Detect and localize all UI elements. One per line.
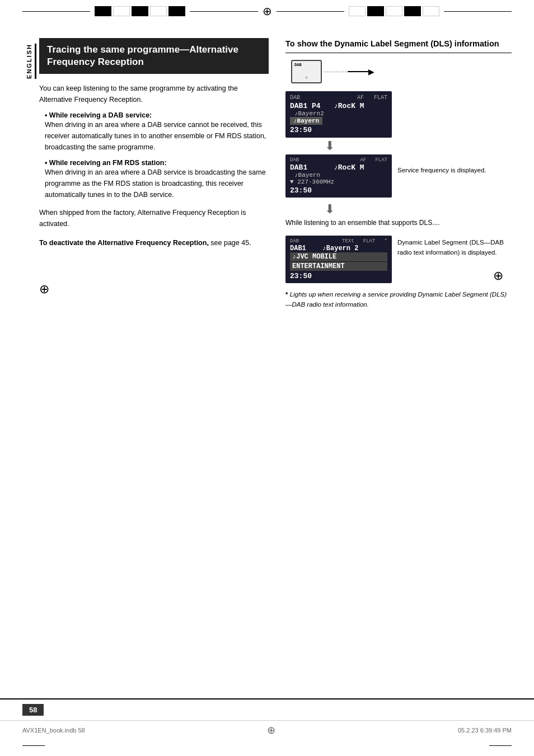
left-compass-area: ⊕ xyxy=(39,282,269,297)
display2-note: Service frequency is displayed. xyxy=(397,166,486,175)
device-text: ○ xyxy=(305,75,308,80)
compass-icon-right: ⊕ xyxy=(493,269,503,283)
display1-main-row: DAB1 P4 ♪RocK M xyxy=(290,102,387,110)
page-bottom: 58 AVX1EN_book.indb 58 ⊕ 05.2.23 6:39:49… xyxy=(0,698,534,756)
bottom-line-left xyxy=(22,745,45,746)
dls-section: DAB TEXt FLAT * DAB1 ♪Bayern 2 ♪JVC MOBI… xyxy=(285,236,512,309)
arrow-diagram: ▶ xyxy=(324,71,370,72)
deco-line-mid xyxy=(190,11,257,12)
display3-label: DAB xyxy=(290,238,299,244)
dab-device-icon: DAB ○ xyxy=(291,60,322,83)
stripe-7 xyxy=(367,6,384,16)
bullet-item-dab: • While receiving a DAB service: When dr… xyxy=(39,111,269,153)
bullet-text-dab: When driving in an area where a DAB serv… xyxy=(45,119,269,153)
intro-paragraph: You can keep listening to the same progr… xyxy=(39,83,269,105)
stripe-1 xyxy=(95,6,111,16)
stripe-10 xyxy=(423,6,439,16)
left-column: Tracing the same programme—Alternative F… xyxy=(39,38,280,309)
display1-label: DAB xyxy=(290,95,300,101)
compass-icon-left: ⊕ xyxy=(39,282,49,297)
arrow-down-2: ⬇ xyxy=(325,203,512,215)
factory-note: When shipped from the factory, Alternati… xyxy=(39,207,269,229)
display2-with-note: DAB AF FLAT DAB1 ♪RocK M ♪Bayern ▼ 227·3… xyxy=(285,154,512,200)
display1-sub1: ♪Bayern2 xyxy=(290,110,387,117)
arrow-down-1: ⬇ xyxy=(325,140,512,152)
arrow-head-icon: ▶ xyxy=(368,67,374,76)
display3-top-row: DAB TEXt FLAT * xyxy=(290,238,387,244)
display2-sub1: ♪Bayern xyxy=(290,172,387,179)
dab-display-1: DAB AF FLAT DAB1 P4 ♪RocK M ♪Bayern2 ♪Ba… xyxy=(285,91,392,138)
display1-time: 23:50 xyxy=(290,126,387,134)
stripe-9 xyxy=(404,6,421,16)
display2-container: DAB AF FLAT DAB1 ♪RocK M ♪Bayern ▼ 227·3… xyxy=(285,154,392,200)
first-diagram: DAB ○ ▶ xyxy=(291,60,512,83)
display1-top-row: DAB AF FLAT xyxy=(290,95,387,101)
while-listening-text: While listening to an ensemble that supp… xyxy=(285,218,512,228)
top-decorative-border: ⊕ xyxy=(0,6,534,17)
display3-note: Dynamic Label Segment (DLS—DAB radio tex… xyxy=(397,238,512,257)
dab-display-3: DAB TEXt FLAT * DAB1 ♪Bayern 2 ♪JVC MOBI… xyxy=(285,236,392,283)
bottom-info-row: AVX1EN_book.indb 58 ⊕ 05.2.23 6:39:49 PM xyxy=(0,720,534,740)
stripe-2 xyxy=(113,6,130,16)
footnote-content: Lights up when receiving a service provi… xyxy=(285,291,507,307)
page-number-box: 58 xyxy=(22,704,44,716)
deco-line-mid2 xyxy=(277,11,344,12)
right-column: To show the Dynamic Label Segment (DLS) … xyxy=(280,38,512,309)
display2-main: DAB1 ♪RocK M xyxy=(290,163,387,172)
compass-icon-bottom: ⊕ xyxy=(267,724,275,736)
date-info: 05.2.23 6:39:49 PM xyxy=(458,727,512,734)
display3-highlight2: ENTERTAINMENT xyxy=(290,262,387,271)
stripe-6 xyxy=(349,6,366,16)
deactivate-text: To deactivate the Alternative Frequency … xyxy=(39,237,269,248)
display3-main: DAB1 ♪Bayern 2 xyxy=(290,245,387,252)
stripe-4 xyxy=(150,6,167,16)
bullet-title-dab: • While receiving a DAB service: xyxy=(45,111,152,119)
display3-modes: TEXt FLAT * xyxy=(342,238,387,244)
display2-modes: AF FLAT xyxy=(360,157,387,163)
display1-sub2-highlight: ♪Bayern xyxy=(290,117,322,125)
section-title: Tracing the same programme—Alternative F… xyxy=(47,44,261,68)
sidebar: ENGLISH xyxy=(22,38,39,309)
stripe-3 xyxy=(132,6,148,16)
display1-modes: AF FLAT xyxy=(357,95,387,101)
bottom-line-right xyxy=(489,745,512,746)
dab-display-2: DAB AF FLAT DAB1 ♪RocK M ♪Bayern ▼ 227·3… xyxy=(285,154,392,198)
bottom-right-deco xyxy=(489,745,512,746)
footnote-text: * Lights up when receiving a service pro… xyxy=(285,290,512,309)
right-section-title: To show the Dynamic Label Segment (DLS) … xyxy=(285,38,512,53)
bullet-item-fm: • While receiving an FM RDS station: Whe… xyxy=(39,158,269,200)
deactivate-note: To deactivate the Alternative Frequency … xyxy=(39,237,269,248)
compass-icon-top: ⊕ xyxy=(263,4,272,18)
display3-container: DAB TEXt FLAT * DAB1 ♪Bayern 2 ♪JVC MOBI… xyxy=(285,236,392,285)
deco-line-left xyxy=(22,11,90,12)
solid-arrow-line: ▶ xyxy=(348,71,370,72)
display2-top-row: DAB AF FLAT xyxy=(290,157,387,163)
display3-highlight1: ♪JVC MOBILE xyxy=(290,252,387,261)
stripe-8 xyxy=(386,6,402,16)
dab-device-label: DAB xyxy=(294,63,302,67)
language-label: ENGLISH xyxy=(26,44,36,79)
file-info: AVX1EN_book.indb 58 xyxy=(22,727,85,734)
display2-label: DAB xyxy=(290,157,299,163)
bottom-stripe-row xyxy=(0,740,534,756)
deco-line-right xyxy=(444,11,512,12)
dotted-line xyxy=(324,72,346,72)
bullet-title-fm: • While receiving an FM RDS station: xyxy=(45,159,167,167)
page-number-row: 58 xyxy=(0,698,534,720)
section-heading-box: Tracing the same programme—Alternative F… xyxy=(39,38,269,74)
display3-time: 23:50 xyxy=(290,272,387,280)
display2-time: 23:50 xyxy=(290,186,387,195)
main-content-area: ENGLISH Tracing the same programme—Alter… xyxy=(0,21,534,321)
display3-with-note: DAB TEXt FLAT * DAB1 ♪Bayern 2 ♪JVC MOBI… xyxy=(285,236,512,285)
bullet-text-fm: When driving in an area where a DAB serv… xyxy=(45,167,269,200)
stripe-group-right xyxy=(349,6,439,16)
bottom-left-deco xyxy=(22,745,45,746)
footnote-asterisk: * xyxy=(285,291,290,298)
stripe-5 xyxy=(168,6,185,16)
display2-freq: ▼ 227·360MHz xyxy=(290,179,387,185)
stripe-group-left xyxy=(95,6,185,16)
